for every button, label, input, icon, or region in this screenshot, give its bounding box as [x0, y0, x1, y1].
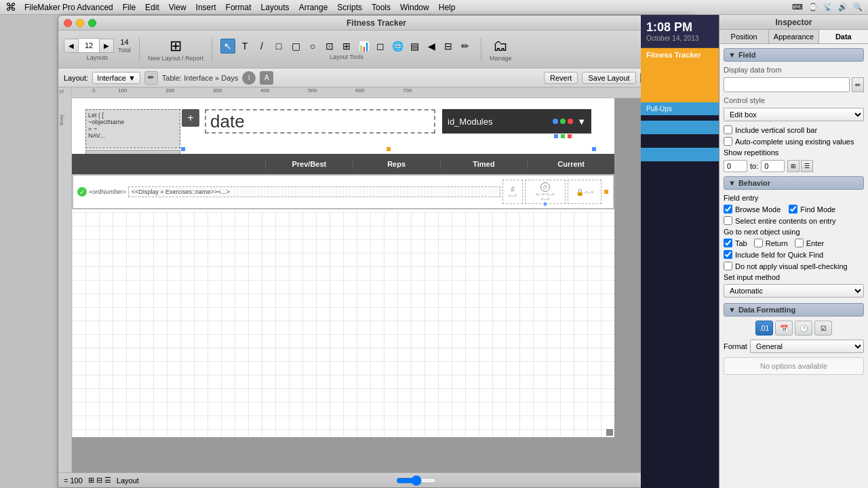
- menu-filemaker[interactable]: FileMaker Pro Advanced: [24, 3, 113, 12]
- tab-checkbox[interactable]: [724, 239, 732, 247]
- nav-obj-tool[interactable]: ◀: [424, 39, 439, 54]
- menu-file[interactable]: File: [123, 3, 136, 12]
- browse-mode-checkbox[interactable]: [724, 205, 732, 214]
- manage-group[interactable]: 🗂 Manage: [490, 37, 512, 62]
- menu-scripts[interactable]: Scripts: [337, 3, 362, 12]
- apple-menu[interactable]: ⌘: [5, 1, 16, 14]
- reps-field[interactable]: # <-->: [502, 180, 523, 204]
- lock-icon: 🔒: [576, 188, 584, 196]
- spell-check-checkbox[interactable]: [724, 262, 732, 270]
- add-field-button[interactable]: +: [182, 109, 199, 127]
- layout-tool-icons: ↖ T / □ ▢ ○ ⊡ ⊞ 📊 ◻ 🌐 ▤ ◀ ⊟ ✏: [220, 39, 473, 54]
- status-slider[interactable]: [396, 475, 437, 486]
- menu-edit[interactable]: Edit: [145, 3, 159, 12]
- format-date-btn[interactable]: 📅: [775, 321, 793, 336]
- maximize-button[interactable]: [88, 19, 96, 27]
- body-row[interactable]: ✓ «ordNumber» <<Display » Exercises::nam…: [72, 174, 614, 209]
- extra-tool-2[interactable]: ✏: [458, 39, 473, 54]
- rep-to-input[interactable]: [761, 160, 785, 172]
- vertical-scroll-checkbox[interactable]: [724, 125, 732, 134]
- menu-format[interactable]: Format: [226, 3, 252, 12]
- cursor-tool[interactable]: ↖: [220, 39, 235, 54]
- quick-find-checkbox[interactable]: [724, 250, 732, 259]
- button-tool[interactable]: ◻: [373, 39, 388, 54]
- panel-tool[interactable]: ▤: [407, 39, 422, 54]
- design-canvas[interactable]: Let ( [~objectName= ~NAV... + date id_Mo…: [72, 98, 614, 437]
- oval-tool[interactable]: ○: [305, 39, 320, 54]
- format-number-btn[interactable]: .01: [755, 321, 773, 336]
- format-label: Format: [724, 342, 747, 350]
- traffic-lights[interactable]: [64, 19, 96, 27]
- web-viewer-tool[interactable]: 🌐: [390, 39, 405, 54]
- new-layout-icon[interactable]: ⊞: [170, 37, 182, 55]
- menu-bar: ⌘ FileMaker Pro Advanced File Edit View …: [0, 0, 868, 15]
- autocomplete-row: Auto-complete using existing values: [724, 137, 864, 146]
- text-tool[interactable]: T: [237, 39, 252, 54]
- menu-help[interactable]: Help: [439, 3, 456, 12]
- manage-icon[interactable]: 🗂: [493, 37, 508, 55]
- portal-tool[interactable]: ⊞: [339, 39, 354, 54]
- format-checkbox-btn[interactable]: ☑: [814, 321, 832, 336]
- rep-list-icon[interactable]: ☰: [801, 160, 813, 172]
- return-checkbox[interactable]: [754, 239, 763, 247]
- display-data-input[interactable]: [724, 77, 850, 92]
- let-field[interactable]: Let ( [~objectName= ~NAV...: [85, 109, 180, 148]
- layout-number[interactable]: 12: [79, 38, 99, 53]
- title-bar: Fitness Tracker: [58, 16, 694, 30]
- select-entire-checkbox[interactable]: [724, 216, 732, 225]
- rounded-rect-tool[interactable]: ▢: [288, 39, 303, 54]
- table-info-button[interactable]: i: [242, 71, 256, 85]
- menu-window[interactable]: Window: [400, 3, 429, 12]
- tab-position[interactable]: Position: [719, 30, 769, 43]
- chart-tool[interactable]: 📊: [356, 39, 371, 54]
- quick-find-row: Include field for Quick Find: [724, 250, 864, 259]
- menu-layouts[interactable]: Layouts: [261, 3, 290, 12]
- line-tool[interactable]: /: [254, 39, 269, 54]
- ft-dark-area-3: [641, 161, 719, 488]
- save-layout-button[interactable]: Save Layout: [582, 72, 635, 84]
- close-button[interactable]: [64, 19, 72, 27]
- minimize-button[interactable]: [76, 19, 84, 27]
- autocomplete-checkbox[interactable]: [724, 137, 732, 146]
- canvas-resize-handle[interactable]: [606, 429, 613, 436]
- current-field[interactable]: 🔒 <-->: [568, 180, 601, 204]
- timed-field[interactable]: ⏱ <--> <--> <-->: [525, 180, 566, 204]
- new-layout-group[interactable]: ⊞ New Layout / Report: [148, 37, 203, 62]
- input-method-select[interactable]: Automatic: [724, 284, 864, 298]
- menu-arrange[interactable]: Arrange: [299, 3, 328, 12]
- rect-tool[interactable]: □: [271, 39, 286, 54]
- field-picker-button[interactable]: A: [260, 71, 273, 85]
- rep-from-input[interactable]: [724, 160, 747, 172]
- record-number-field[interactable]: «ordNumber»: [89, 188, 126, 195]
- data-formatting-section-header: ▼ Data Formatting: [724, 303, 864, 317]
- display-data-edit-icon[interactable]: ✏: [852, 77, 864, 92]
- canvas-scroll[interactable]: 0 100 200 300 400 500 600 700 Let ( [~ob…: [72, 87, 696, 474]
- format-time-btn[interactable]: 🕐: [795, 321, 812, 336]
- control-style-select[interactable]: Edit box: [724, 108, 864, 121]
- ft-item-pullups[interactable]: Pull-Ups: [641, 102, 719, 115]
- format-select[interactable]: General: [750, 340, 864, 353]
- date-field[interactable]: date: [205, 109, 435, 134]
- ruler-0: 0: [92, 87, 95, 94]
- extra-tool-1[interactable]: ⊟: [441, 39, 456, 54]
- layout-edit-button[interactable]: ✏: [144, 71, 158, 85]
- return-label: Return: [766, 239, 788, 247]
- layout-name-dropdown[interactable]: Interface ▼: [92, 72, 140, 84]
- module-dropdown[interactable]: id_Modules ▼: [442, 109, 591, 134]
- layout-next-button[interactable]: ▶: [99, 39, 114, 53]
- view-icon-2[interactable]: ⊟: [96, 476, 102, 485]
- tab-data[interactable]: Data: [819, 30, 868, 43]
- menu-tools[interactable]: Tools: [372, 3, 391, 12]
- enter-checkbox[interactable]: [795, 239, 804, 247]
- view-icon-3[interactable]: ☰: [104, 476, 111, 485]
- layout-prev-button[interactable]: ◀: [64, 39, 79, 53]
- tab-appearance[interactable]: Appearance: [769, 30, 818, 43]
- menu-view[interactable]: View: [169, 3, 186, 12]
- rep-grid-icon[interactable]: ⊞: [787, 160, 800, 172]
- exercise-name-field[interactable]: <<Display » Exercises::name>><...>: [128, 186, 500, 197]
- revert-button[interactable]: Revert: [544, 72, 578, 84]
- find-mode-checkbox[interactable]: [789, 205, 797, 214]
- menu-insert[interactable]: Insert: [196, 3, 216, 12]
- field-tool[interactable]: ⊡: [322, 39, 337, 54]
- view-icon-1[interactable]: ⊞: [88, 476, 94, 485]
